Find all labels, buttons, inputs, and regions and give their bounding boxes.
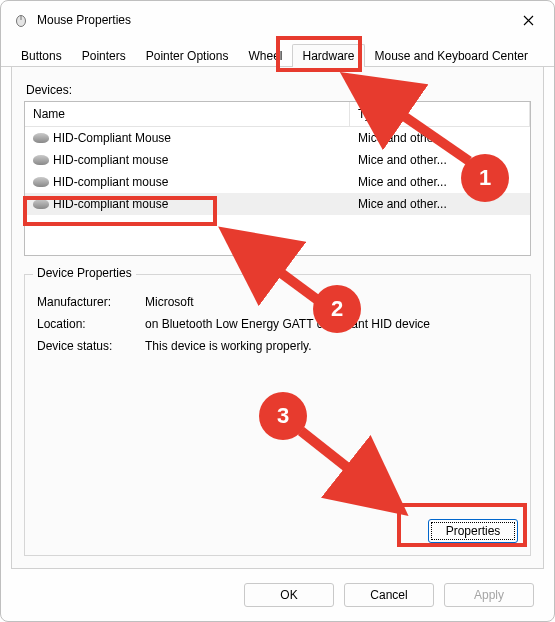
status-value: This device is working properly. [145,339,518,353]
close-icon [523,15,534,26]
mouse-icon [13,12,29,28]
tab-buttons[interactable]: Buttons [11,44,72,67]
mouse-device-icon [33,199,49,209]
device-row[interactable]: HID-compliant mouse Mice and other... [25,171,530,193]
device-properties-group: Device Properties Manufacturer: Microsof… [24,274,531,556]
devices-label: Devices: [26,83,531,97]
device-row[interactable]: HID-Compliant Mouse Mice and other... [25,127,530,149]
devices-header: Name Type [25,102,530,127]
manufacturer-label: Manufacturer: [37,295,145,309]
tab-pointer-options[interactable]: Pointer Options [136,44,239,67]
device-properties-legend: Device Properties [33,266,136,280]
mouse-properties-dialog: Mouse Properties Buttons Pointers Pointe… [0,0,555,622]
apply-button[interactable]: Apply [444,583,534,607]
tab-mouse-keyboard-center[interactable]: Mouse and Keyboard Center [365,44,538,67]
tab-wheel[interactable]: Wheel [238,44,292,67]
col-name[interactable]: Name [25,102,350,127]
mouse-device-icon [33,177,49,187]
col-type[interactable]: Type [350,102,530,127]
location-label: Location: [37,317,145,331]
tab-hardware[interactable]: Hardware [292,44,364,67]
device-row[interactable]: HID-compliant mouse Mice and other... [25,149,530,171]
mouse-device-icon [33,155,49,165]
properties-button[interactable]: Properties [428,519,518,543]
cancel-button[interactable]: Cancel [344,583,434,607]
mouse-device-icon [33,133,49,143]
location-value: on Bluetooth Low Energy GATT compliant H… [145,317,518,331]
tab-pointers[interactable]: Pointers [72,44,136,67]
device-row-selected[interactable]: HID-compliant mouse Mice and other... [25,193,530,215]
tab-strip: Buttons Pointers Pointer Options Wheel H… [1,41,554,67]
window-title: Mouse Properties [37,13,508,27]
hardware-panel: Devices: Name Type HID-Compliant Mouse M… [11,67,544,569]
devices-list[interactable]: Name Type HID-Compliant Mouse Mice and o… [24,101,531,256]
titlebar: Mouse Properties [1,1,554,39]
ok-button[interactable]: OK [244,583,334,607]
close-button[interactable] [508,6,548,34]
dialog-footer: OK Cancel Apply [1,577,554,621]
status-label: Device status: [37,339,145,353]
manufacturer-value: Microsoft [145,295,518,309]
